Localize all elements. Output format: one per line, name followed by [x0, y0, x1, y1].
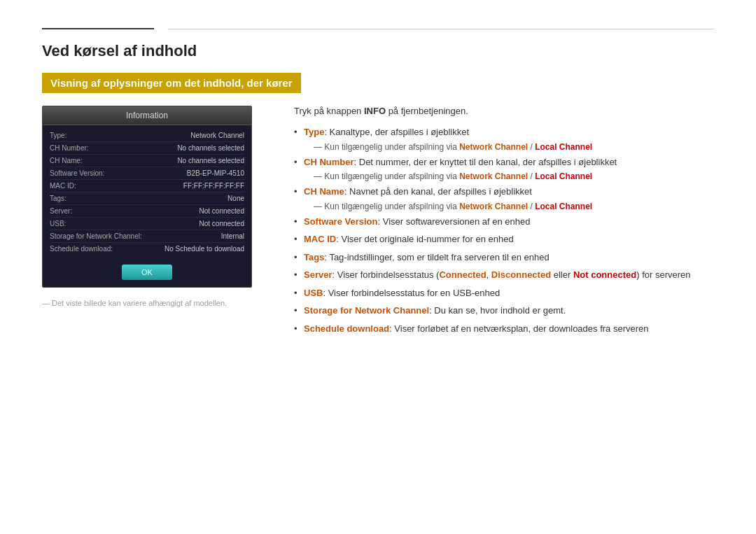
info-box-body: Type: Network Channel CH Number: No chan… — [43, 125, 251, 259]
intro-text-after: på fjernbetjeningen. — [386, 106, 468, 116]
info-value: No channels selected — [177, 144, 244, 152]
intro-text: Tryk på knappen INFO på fjernbetjeningen… — [294, 106, 714, 116]
info-label: Server: — [50, 207, 127, 215]
info-label: Schedule download: — [50, 245, 127, 253]
rule-short — [42, 28, 154, 29]
info-row: Tags: None — [50, 192, 244, 205]
main-content: Information Type: Network Channel CH Num… — [42, 106, 714, 337]
info-row: USB: Not connected — [50, 218, 244, 230]
info-value: FF:FF:FF:FF:FF:FF — [183, 182, 244, 190]
subnote-link1: Network Channel — [459, 202, 528, 211]
info-value: None — [227, 195, 244, 202]
bullet-bold: Schedule download — [304, 323, 389, 334]
information-box: Information Type: Network Channel CH Num… — [42, 106, 252, 288]
info-label: MAC ID: — [50, 182, 127, 190]
bullet-text: : Du kan se, hvor indhold er gemt. — [429, 305, 566, 316]
bullet-bold: CH Name — [304, 186, 344, 197]
info-row: CH Number: No channels selected — [50, 142, 244, 155]
subnote-text: Kun tilgængelig under afspilning via — [324, 142, 459, 152]
info-row: CH Name: No channels selected — [50, 155, 244, 167]
info-value: No Schedule to download — [164, 245, 244, 253]
list-item: CH Number: Det nummer, der er knyttet ti… — [294, 153, 714, 171]
left-column: Information Type: Network Channel CH Num… — [42, 106, 266, 307]
subnote-link1: Network Channel — [459, 142, 528, 152]
intro-text-before: Tryk på knappen — [294, 106, 364, 116]
rule-long — [168, 29, 714, 29]
bullet-bold: Storage for Network Channel — [304, 305, 429, 316]
info-row: MAC ID: FF:FF:FF:FF:FF:FF — [50, 180, 244, 192]
list-item: Tags: Tag-indstillinger, som er tildelt … — [294, 248, 714, 267]
bullet-text: : Viser forbindelsesstatus ( — [332, 269, 439, 280]
subnote-slash: / — [528, 171, 535, 181]
bullet-text-end: ) for serveren — [636, 269, 690, 280]
highlighted-subtitle: Visning af oplysninger om det indhold, d… — [42, 73, 301, 93]
subnote-link2: Local Channel — [535, 202, 592, 211]
info-label: Tags: — [50, 195, 127, 202]
info-label: CH Number: — [50, 144, 127, 152]
subnote-slash: / — [528, 142, 535, 152]
bullet-bold: Tags — [304, 252, 324, 262]
info-value: No channels selected — [177, 157, 244, 164]
info-value: Not connected — [200, 220, 245, 227]
bullet-text: : Kanaltype, der afspilles i øjeblikket — [324, 127, 469, 137]
info-box-footer: OK — [43, 259, 251, 287]
info-row: Type: Network Channel — [50, 129, 244, 142]
bullet-text: : Viser forløbet af en netværksplan, der… — [389, 323, 648, 334]
subnote-link2: Local Channel — [535, 171, 592, 181]
info-value: B2B-EP-MIP-4510 — [187, 169, 244, 177]
info-value: Internal — [221, 232, 244, 240]
info-label: USB: — [50, 220, 127, 227]
bullet-bold: Type — [304, 127, 324, 137]
subnote-link1: Network Channel — [459, 171, 528, 181]
info-row: Schedule download: No Schedule to downlo… — [50, 243, 244, 255]
bullet-text: : Tag-indstillinger, som er tildelt fra … — [324, 252, 549, 262]
list-item: Type: Kanaltype, der afspilles i øjeblik… — [294, 123, 714, 141]
subnote-link2: Local Channel — [535, 142, 592, 152]
ok-button[interactable]: OK — [122, 265, 172, 280]
info-row: Software Version: B2B-EP-MIP-4510 — [50, 167, 244, 180]
list-item: CH Name: Navnet på den kanal, der afspil… — [294, 183, 714, 201]
bullet-bold: Server — [304, 269, 332, 280]
info-box-header: Information — [43, 106, 251, 125]
list-item: MAC ID: Viser det originale id-nummer fo… — [294, 230, 714, 248]
info-label: Software Version: — [50, 169, 127, 177]
bullet-text: : Viser softwareversionen af en enhed — [377, 216, 530, 227]
bullet-bold: Software Version — [304, 216, 377, 227]
info-value: Network Channel — [190, 132, 244, 139]
right-column: Tryk på knappen INFO på fjernbetjeningen… — [294, 106, 714, 337]
bullet-bold: USB — [304, 288, 323, 298]
list-item: Storage for Network Channel: Du kan se, … — [294, 302, 714, 320]
subnote-text: Kun tilgængelig under afspilning via — [324, 202, 459, 211]
footer-note: ― Det viste billede kan variere afhængig… — [42, 299, 266, 307]
info-value: Not connected — [200, 207, 245, 215]
page-title: Ved kørsel af indhold — [42, 42, 714, 60]
subnote-text: Kun tilgængelig under afspilning via — [324, 171, 459, 181]
sub-note: Kun tilgængelig under afspilning via Net… — [294, 171, 714, 181]
info-label: CH Name: — [50, 157, 127, 164]
bullet-bold-p2: Disconnected — [491, 269, 551, 280]
info-label: Type: — [50, 132, 127, 139]
list-item: Schedule download: Viser forløbet af en … — [294, 320, 714, 338]
info-row: Server: Not connected — [50, 205, 244, 218]
bullet-text: : Det nummer, der er knyttet til den kan… — [354, 157, 617, 167]
info-label: Storage for Network Channel: — [50, 232, 142, 240]
bullet-bold-p3: Not connected — [573, 269, 636, 280]
subnote-slash: / — [528, 202, 535, 211]
bullet-text: : Viser forbindelsesstatus for en USB-en… — [323, 288, 500, 298]
bullet-text: : Viser det originale id-nummer for en e… — [336, 234, 513, 244]
bullet-list: Type: Kanaltype, der afspilles i øjeblik… — [294, 123, 714, 337]
bullet-text: : Navnet på den kanal, der afspilles i ø… — [344, 186, 532, 197]
bullet-bold: MAC ID — [304, 234, 336, 244]
sub-note: Kun tilgængelig under afspilning via Net… — [294, 142, 714, 152]
sub-note: Kun tilgængelig under afspilning via Net… — [294, 202, 714, 211]
list-item: Server: Viser forbindelsesstatus (Connec… — [294, 266, 714, 284]
intro-bold: INFO — [364, 106, 386, 116]
top-rules — [42, 28, 714, 29]
info-row: Storage for Network Channel: Internal — [50, 230, 244, 243]
bullet-bold-p1: Connected — [439, 269, 486, 280]
bullet-bold: CH Number — [304, 157, 354, 167]
list-item: Software Version: Viser softwareversione… — [294, 213, 714, 231]
bullet-text-mid2: eller — [551, 269, 573, 280]
bullet-text-mid: , — [486, 269, 491, 280]
list-item: USB: Viser forbindelsesstatus for en USB… — [294, 284, 714, 302]
